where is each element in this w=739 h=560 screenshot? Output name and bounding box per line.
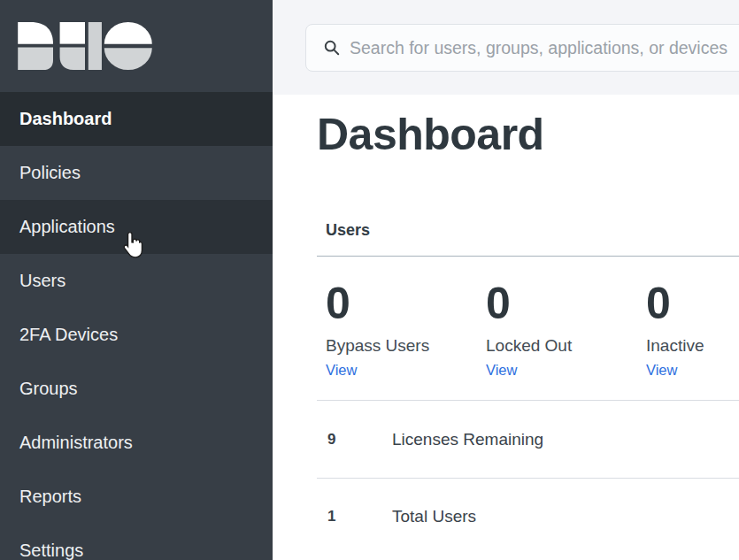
duo-logo (0, 0, 273, 92)
search-input[interactable] (350, 38, 739, 58)
total-users-row: 1 Total Users (317, 478, 739, 555)
sidebar-item-dashboard[interactable]: Dashboard (0, 92, 273, 146)
main-content: Dashboard Users 0 Bypass Users View 0 Lo… (273, 95, 739, 560)
page-title: Dashboard (317, 112, 739, 157)
sidebar-item-groups[interactable]: Groups (0, 362, 273, 416)
users-panel-title: Users (317, 221, 739, 257)
stat-value: 0 (646, 281, 739, 326)
sidebar-item-2fa-devices[interactable]: 2FA Devices (0, 308, 273, 362)
global-search[interactable] (305, 24, 739, 72)
duo-logo-icon (18, 22, 152, 70)
sidebar-item-policies[interactable]: Policies (0, 146, 273, 200)
sidebar-item-administrators[interactable]: Administrators (0, 416, 273, 470)
stat-label: Inactive (646, 336, 739, 356)
stat-locked-out: 0 Locked Out View (486, 281, 646, 379)
row-value: 1 (327, 508, 392, 525)
view-inactive-link[interactable]: View (646, 362, 677, 379)
users-panel: Users 0 Bypass Users View 0 Locked Out V… (317, 221, 739, 555)
sidebar: Dashboard Policies Applications Users 2F… (0, 0, 273, 560)
stat-value: 0 (326, 281, 486, 326)
sidebar-item-settings[interactable]: Settings (0, 524, 273, 560)
row-label: Total Users (392, 507, 476, 526)
licenses-remaining-row: 9 Licenses Remaining (317, 401, 739, 478)
row-value: 9 (327, 431, 392, 449)
top-bar (273, 0, 739, 95)
search-icon (324, 40, 340, 56)
sidebar-item-applications[interactable]: Applications (0, 200, 273, 254)
sidebar-nav: Dashboard Policies Applications Users 2F… (0, 92, 273, 560)
stat-bypass-users: 0 Bypass Users View (326, 281, 486, 379)
stat-label: Bypass Users (326, 336, 486, 356)
sidebar-item-reports[interactable]: Reports (0, 470, 273, 524)
stat-label: Locked Out (486, 336, 646, 356)
sidebar-item-users[interactable]: Users (0, 254, 273, 308)
users-stats: 0 Bypass Users View 0 Locked Out View 0 … (317, 257, 739, 401)
view-bypass-users-link[interactable]: View (326, 362, 357, 379)
view-locked-out-link[interactable]: View (486, 362, 517, 379)
stat-value: 0 (486, 281, 646, 326)
stat-inactive: 0 Inactive View (646, 281, 739, 379)
row-label: Licenses Remaining (392, 430, 543, 449)
